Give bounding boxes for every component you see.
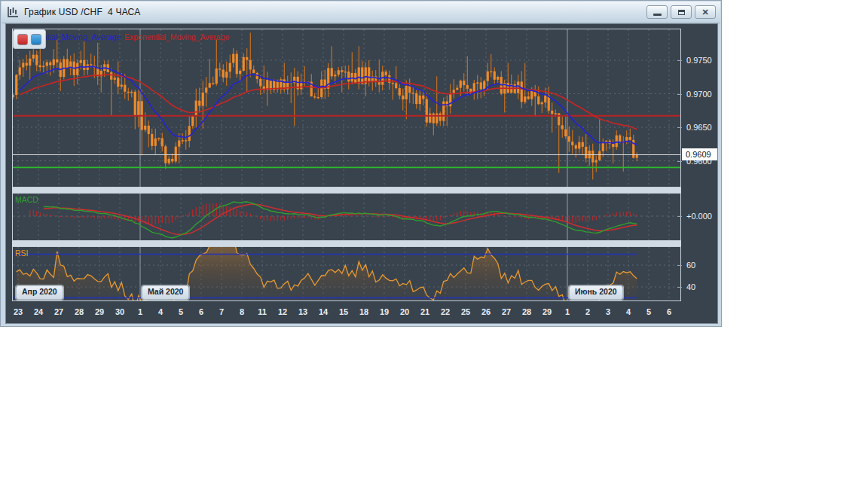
time-axis: 2324272829301456781112131415181920212225… bbox=[6, 303, 717, 323]
time-axis-label: 18 bbox=[354, 307, 374, 316]
window-title: График USD /CHF 4 ЧАСА bbox=[24, 7, 140, 17]
macd-label: MACD bbox=[15, 195, 38, 204]
axis-tick bbox=[677, 216, 682, 217]
month-label: Июнь 2020 bbox=[569, 285, 623, 300]
time-axis-label: 29 bbox=[537, 307, 557, 316]
chart-client-area: Exponential_Moving_Average Exponential_M… bbox=[5, 23, 718, 324]
time-axis-label: 3 bbox=[598, 307, 618, 316]
time-axis-label: 7 bbox=[212, 307, 231, 316]
chart-window: График USD /CHF 4 ЧАСА ✕ Exponential_Mov… bbox=[0, 0, 722, 327]
red-color-button[interactable] bbox=[17, 34, 28, 45]
axis-tick bbox=[677, 161, 682, 162]
time-axis-label: 14 bbox=[313, 307, 333, 316]
time-axis-label: 28 bbox=[69, 307, 89, 316]
month-labels-layer: Апр 2020Май 2020Июнь 2020 bbox=[13, 247, 680, 300]
month-label: Май 2020 bbox=[142, 285, 189, 300]
time-axis-label: 8 bbox=[232, 307, 252, 316]
time-axis-label: 27 bbox=[497, 307, 516, 316]
close-icon: ✕ bbox=[701, 8, 708, 17]
price-panel[interactable]: Exponential_Moving_Average Exponential_M… bbox=[12, 29, 681, 188]
time-axis-label: 11 bbox=[252, 307, 272, 316]
title-bar[interactable]: График USD /CHF 4 ЧАСА ✕ bbox=[2, 2, 720, 23]
time-axis-label: 1 bbox=[558, 307, 577, 316]
chart-window-icon bbox=[6, 5, 20, 19]
time-axis-label: 22 bbox=[436, 307, 455, 316]
time-axis-label: 23 bbox=[8, 307, 28, 316]
current-price-box: 0.9609 bbox=[682, 148, 717, 160]
value-axis-margin: 0.97500.97000.96500.9600+0.00060400.9609 bbox=[677, 24, 718, 303]
time-axis-label: 24 bbox=[29, 307, 48, 316]
time-axis-label: 12 bbox=[273, 307, 292, 316]
restore-icon bbox=[678, 10, 685, 15]
time-axis-label: 4 bbox=[151, 307, 170, 316]
axis-tick bbox=[677, 94, 682, 95]
time-axis-label: 13 bbox=[293, 307, 313, 316]
time-axis-label: 6 bbox=[659, 307, 679, 316]
axis-tick bbox=[677, 127, 682, 128]
time-axis-label: 5 bbox=[639, 307, 659, 316]
panels-column: Exponential_Moving_Average Exponential_M… bbox=[12, 29, 681, 301]
time-axis-label: 28 bbox=[517, 307, 536, 316]
macd-main-line bbox=[44, 202, 637, 238]
time-axis-label: 27 bbox=[49, 307, 69, 316]
main-chart-svg[interactable] bbox=[13, 29, 680, 187]
minimize-icon bbox=[653, 14, 662, 16]
axis-tick bbox=[677, 60, 682, 61]
close-button[interactable]: ✕ bbox=[695, 5, 716, 19]
time-axis-label: 26 bbox=[476, 307, 496, 316]
time-axis-label: 15 bbox=[334, 307, 353, 316]
time-axis-label: 29 bbox=[90, 307, 109, 316]
desktop-background: График USD /CHF 4 ЧАСА ✕ Exponential_Mov… bbox=[0, 0, 868, 488]
time-axis-label: 25 bbox=[456, 307, 475, 316]
rsi-panel[interactable]: RSI Апр 2020Май 2020Июнь 2020 bbox=[12, 246, 681, 301]
macd-svg[interactable] bbox=[13, 194, 680, 240]
legend-ema-slow: Exponential_Moving_Average bbox=[124, 32, 229, 41]
indicator-toolbox bbox=[13, 29, 46, 49]
time-axis-label: 5 bbox=[171, 307, 191, 316]
candles-group bbox=[13, 33, 638, 180]
month-label: Апр 2020 bbox=[16, 285, 63, 300]
time-axis-label: 2 bbox=[578, 307, 598, 316]
time-axis-label: 1 bbox=[130, 307, 150, 316]
window-controls: ✕ bbox=[646, 5, 716, 19]
macd-panel[interactable]: MACD bbox=[12, 193, 681, 241]
minimize-button[interactable] bbox=[646, 5, 668, 19]
time-axis-label: 20 bbox=[395, 307, 414, 316]
time-axis-label: 4 bbox=[619, 307, 638, 316]
time-axis-label: 30 bbox=[110, 307, 130, 316]
time-axis-label: 6 bbox=[191, 307, 211, 316]
restore-button[interactable] bbox=[671, 5, 692, 19]
time-axis-label: 19 bbox=[374, 307, 394, 316]
blue-color-button[interactable] bbox=[31, 34, 41, 45]
time-axis-label: 21 bbox=[415, 307, 435, 316]
